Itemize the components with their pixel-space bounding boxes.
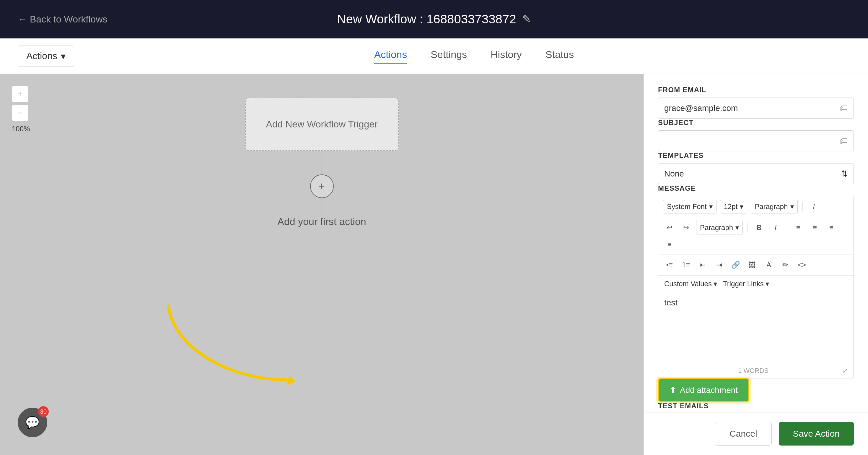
actions-dropdown-label: Actions [26, 51, 57, 61]
italic-button[interactable]: I [807, 200, 820, 213]
templates-chevron-icon: ⇅ [841, 169, 848, 178]
svg-marker-0 [286, 375, 295, 386]
tab-status[interactable]: Status [546, 49, 574, 63]
add-attachment-label: Add attachment [680, 386, 738, 395]
indent-increase-button[interactable]: ⇥ [713, 258, 726, 272]
link-button[interactable]: 🔗 [729, 258, 742, 272]
tag-icon-subject[interactable]: 🏷 [839, 136, 848, 146]
panel-footer: Cancel Save Action [644, 412, 868, 455]
sub-nav: Actions ▾ Actions Settings History Statu… [0, 38, 868, 74]
templates-label: TEMPLATES [658, 151, 854, 160]
templates-select[interactable]: None ⇅ [658, 163, 854, 184]
from-email-section: FROM EMAIL 🏷 [658, 86, 854, 118]
from-email-input[interactable] [664, 104, 839, 113]
indent-decrease-button[interactable]: ⇤ [696, 258, 709, 272]
zoom-in-button[interactable]: + [12, 86, 28, 102]
code-button[interactable]: <> [795, 258, 808, 272]
right-panel: FROM EMAIL 🏷 SUBJECT 🏷 TEMPLATES None [644, 74, 868, 412]
paragraph-select[interactable]: Paragraph ▾ [696, 221, 743, 234]
chat-icon: 💬 [25, 416, 40, 430]
custom-values-label: Custom Values [664, 280, 712, 288]
format-chevron: ▾ [790, 202, 794, 211]
subject-label: SUBJECT [658, 118, 854, 127]
tab-settings[interactable]: Settings [431, 49, 467, 63]
font-family-select[interactable]: System Font ▾ [663, 200, 716, 214]
format-select[interactable]: Paragraph ▾ [751, 200, 798, 214]
font-size-select[interactable]: 12pt ▾ [720, 200, 747, 214]
font-size-chevron: ▾ [740, 202, 743, 211]
trigger-links-label: Trigger Links [723, 280, 764, 288]
align-center-button[interactable]: ≡ [808, 221, 822, 234]
zoom-out-button[interactable]: − [12, 105, 28, 121]
tab-group: Actions Settings History Status [374, 49, 574, 63]
editor-toolbar-row-3: •≡ 1≡ ⇤ ⇥ 🔗 🖼 A ✏ <> [658, 255, 854, 275]
subject-section: SUBJECT 🏷 [658, 118, 854, 151]
tab-history[interactable]: History [491, 49, 522, 63]
right-panel-wrapper: FROM EMAIL 🏷 SUBJECT 🏷 TEMPLATES None [644, 74, 868, 455]
chat-badge: 30 [38, 406, 49, 417]
connector-line-2 [321, 198, 322, 216]
numbered-list-button[interactable]: 1≡ [680, 258, 692, 272]
connector-line-1 [321, 151, 322, 174]
editor-toolbar-row-1: System Font ▾ 12pt ▾ Paragraph ▾ I [658, 196, 854, 217]
font-size-value: 12pt [724, 202, 738, 211]
expand-icon[interactable]: ⤢ [842, 367, 848, 375]
trigger-box[interactable]: Add New Workflow Trigger [245, 97, 399, 151]
add-attachment-button[interactable]: ⬆ Add attachment [658, 378, 749, 402]
from-email-input-wrapper: 🏷 [658, 97, 854, 118]
align-right-button[interactable]: ≡ [825, 221, 838, 234]
templates-section: TEMPLATES None ⇅ [658, 151, 854, 184]
word-count: 1 WORDS [738, 367, 769, 375]
save-action-button[interactable]: Save Action [779, 422, 854, 446]
test-emails-label: TEST EMAILS [658, 402, 854, 410]
chevron-down-icon: ▾ [61, 51, 66, 62]
workflow-title: New Workflow : 1688033733872 ✎ [337, 12, 531, 26]
format-value: Paragraph [754, 202, 788, 211]
undo-button[interactable]: ↩ [663, 221, 676, 234]
font-family-chevron: ▾ [709, 202, 713, 211]
subject-input-wrapper: 🏷 [658, 131, 854, 151]
add-action-circle-button[interactable]: + [310, 174, 334, 198]
paragraph-value: Paragraph [700, 224, 733, 232]
paragraph-chevron: ▾ [735, 224, 739, 232]
toolbar-sep-1 [802, 202, 803, 211]
message-editor: System Font ▾ 12pt ▾ Paragraph ▾ I [658, 196, 854, 378]
text-color-button[interactable]: A [762, 258, 775, 272]
back-to-workflows-button[interactable]: ← Back to Workflows [18, 14, 107, 25]
templates-value: None [664, 169, 684, 178]
bold-button[interactable]: B [752, 221, 766, 234]
custom-values-button[interactable]: Custom Values ▾ [664, 280, 717, 288]
workflow-center: Add New Workflow Trigger + Add your firs… [245, 97, 399, 227]
zoom-controls: + − 100% [12, 86, 30, 133]
subject-input[interactable] [664, 136, 839, 146]
italic-btn2[interactable]: I [769, 221, 782, 234]
custom-values-chevron: ▾ [714, 280, 717, 288]
trigger-links-button[interactable]: Trigger Links ▾ [723, 280, 769, 288]
redo-button[interactable]: ↪ [680, 221, 692, 234]
editor-toolbar-row-2: ↩ ↪ Paragraph ▾ B I ≡ ≡ ≡ ≡ [658, 217, 854, 255]
arrow-annotation [145, 291, 322, 411]
custom-values-bar: Custom Values ▾ Trigger Links ▾ [658, 275, 854, 292]
from-email-label: FROM EMAIL [658, 86, 854, 94]
cancel-button[interactable]: Cancel [715, 422, 771, 446]
actions-dropdown[interactable]: Actions ▾ [18, 46, 74, 67]
bullet-list-button[interactable]: •≡ [663, 258, 676, 272]
canvas-area: + − 100% Add New Workflow Trigger + Add … [0, 74, 644, 455]
highlight-button[interactable]: ✏ [779, 258, 792, 272]
editor-content-area[interactable]: test [658, 292, 854, 363]
trigger-links-chevron: ▾ [766, 280, 769, 288]
main-layout: + − 100% Add New Workflow Trigger + Add … [0, 74, 868, 455]
tab-actions[interactable]: Actions [374, 49, 407, 63]
tag-icon-from[interactable]: 🏷 [839, 103, 848, 113]
edit-title-icon[interactable]: ✎ [522, 13, 531, 25]
chat-widget[interactable]: 💬 30 [18, 408, 47, 437]
upload-icon: ⬆ [670, 385, 676, 395]
align-justify-button[interactable]: ≡ [663, 238, 676, 251]
editor-footer: 1 WORDS ⤢ [658, 363, 854, 378]
first-action-label: Add your first action [277, 216, 366, 227]
image-button[interactable]: 🖼 [746, 258, 759, 272]
toolbar-sep-2 [747, 223, 748, 232]
workflow-title-text: New Workflow : 1688033733872 [337, 12, 516, 26]
test-emails-section: TEST EMAILS Send Test Mail [658, 402, 854, 412]
align-left-button[interactable]: ≡ [792, 221, 805, 234]
